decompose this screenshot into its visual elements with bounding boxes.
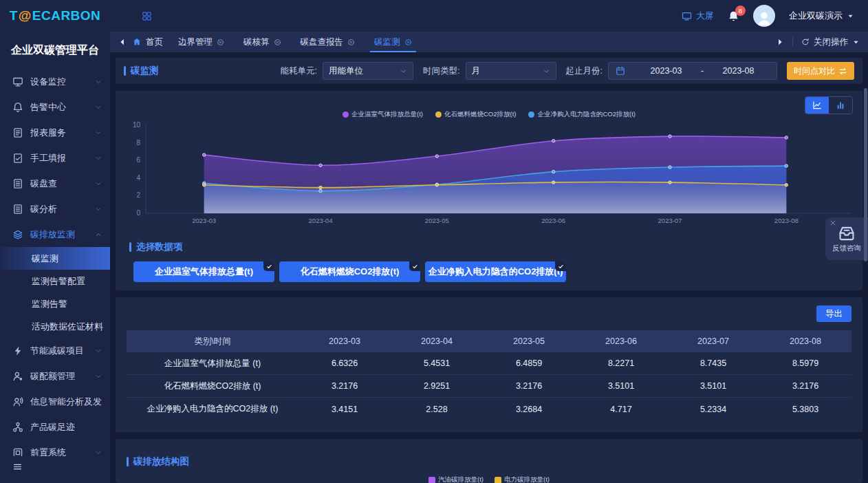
line-chart-toggle-button[interactable] (805, 97, 829, 114)
table-cell: 2.9251 (391, 381, 483, 391)
sidebar-subitem[interactable]: 碳监测 (0, 247, 110, 270)
platform-title: 企业双碳管理平台 (0, 32, 110, 69)
accent-bar (124, 66, 126, 76)
user-avatar[interactable] (753, 5, 775, 27)
bar-chart-toggle-button[interactable] (829, 97, 852, 114)
time-type-select[interactable]: 月 (466, 62, 556, 80)
table-cell: 3.5101 (667, 381, 759, 391)
legend-item[interactable]: 化石燃料燃烧CO2排放(t) (435, 110, 517, 119)
top-header: 大屏 8 企业双碳演示 (110, 0, 868, 32)
sidebar-item[interactable]: 告警中心 (0, 94, 110, 120)
svg-text:8: 8 (136, 139, 140, 147)
sidebar-subitem[interactable]: 活动数据佐证材料 (0, 315, 110, 338)
check-icon (266, 264, 272, 270)
burger-icon (12, 462, 23, 472)
sidebar-item[interactable]: 碳配额管理 (0, 363, 110, 389)
data-option-label: 企业温室气体排放总量(t) (155, 266, 253, 278)
close-operations-menu[interactable]: 关闭操作 (801, 36, 860, 48)
checked-badge (409, 261, 420, 271)
big-screen-button[interactable]: 大屏 (682, 10, 714, 22)
data-option-button[interactable]: 化石燃料燃烧CO2排放(t) (279, 261, 420, 282)
inbox-icon (838, 224, 856, 242)
table-row: 企业温室气体排放总量 (t)6.63265.45316.48598.22718.… (127, 352, 851, 375)
legend-item[interactable]: 企业温室气体排放总量(t) (343, 110, 423, 119)
legend-swatch (495, 477, 501, 483)
month-range-picker[interactable]: 2023-03 - 2023-08 (608, 62, 777, 80)
feedback-widget[interactable]: 反馈咨询 (825, 217, 868, 260)
tabs-scroll-right-button[interactable] (776, 38, 784, 46)
data-option-button[interactable]: 企业温室气体排放总量(t) (133, 261, 274, 282)
check-icon (412, 264, 418, 270)
apps-grid-button[interactable] (142, 11, 152, 21)
export-button[interactable]: 导出 (816, 305, 851, 322)
chevron-down-icon (400, 67, 407, 75)
chart-type-toggle (805, 96, 853, 114)
sidebar-item[interactable]: 节能减碳项目 (0, 338, 110, 363)
tab-close-button[interactable] (404, 39, 412, 46)
user-menu[interactable]: 企业双碳演示 (789, 10, 854, 22)
tab-home[interactable]: 首页 (132, 36, 163, 48)
scrollbar-thumb[interactable] (864, 88, 867, 261)
sidebar-subitem-label: 活动数据佐证材料 (32, 321, 103, 333)
time-type-value: 月 (472, 65, 481, 77)
data-option-label: 化石燃料燃烧CO2排放(t) (301, 266, 400, 278)
legend-item[interactable]: 汽油碳排放量(t) (428, 475, 484, 483)
structure-title: 碳排放结构图 (133, 455, 189, 468)
sidebar-subitem[interactable]: 监测告警配置 (0, 270, 110, 292)
svg-text:6: 6 (136, 156, 140, 164)
sidebar-item[interactable]: 碳分析 (0, 196, 110, 222)
legend-swatch (428, 477, 435, 483)
time-compare-button[interactable]: 时间点对比 (787, 62, 854, 80)
close-icon[interactable] (829, 219, 836, 226)
sidebar-item[interactable]: 设备监控 (0, 69, 110, 94)
tab-4[interactable]: 碳监测 (374, 32, 412, 52)
tab-2[interactable]: 碳核算 (243, 32, 281, 52)
legend-label: 汽油碳排放量(t) (438, 475, 484, 483)
sidebar-item[interactable]: 产品碳足迹 (0, 414, 110, 440)
tab-label: 碳盘查报告 (301, 36, 344, 48)
svg-text:2023-07: 2023-07 (658, 217, 682, 224)
energy-unit-select[interactable]: 用能单位 (323, 62, 413, 80)
checked-badge (555, 261, 566, 271)
logo-text: ECARBON (32, 8, 101, 23)
sidebar-item[interactable]: 信息智能分析及发布 (0, 389, 110, 414)
sidebar-subitem[interactable]: 监测告警 (0, 292, 110, 315)
sidebar-item[interactable]: 碳盘查 (0, 171, 110, 196)
svg-text:2023-05: 2023-05 (425, 217, 449, 224)
close-operations-label: 关闭操作 (814, 36, 848, 48)
table-row: 企业净购入电力隐含的CO2排放 (t)3.41512.5283.26844.71… (127, 398, 851, 420)
table-row-label: 企业净购入电力隐含的CO2排放 (t) (127, 403, 299, 415)
table-header-cell: 2023-08 (759, 336, 851, 346)
tab-3[interactable]: 碳盘查报告 (301, 32, 356, 52)
logo-text: T (10, 8, 18, 23)
sidebar-item-label: 报表服务 (30, 127, 95, 139)
table-header-cell: 2023-05 (483, 336, 575, 346)
sidebar-item[interactable]: 前置系统 (0, 440, 110, 456)
table-cell: 5.2334 (667, 405, 759, 414)
table-row-label: 化石燃料燃烧CO2排放 (t) (127, 380, 299, 392)
sidebar-item[interactable]: 报表服务 (0, 120, 110, 145)
data-option-button[interactable]: 企业净购入电力隐含的CO2排放(t) (425, 261, 566, 282)
table-cell: 3.2176 (299, 381, 391, 391)
table-cell: 8.2271 (575, 358, 667, 368)
tabs-scroll-left-button[interactable] (118, 38, 127, 46)
system-icon (12, 447, 23, 457)
tab-close-button[interactable] (274, 39, 281, 46)
table-cell: 2.528 (391, 405, 483, 414)
range-separator: - (697, 66, 707, 76)
tab-close-button[interactable] (347, 39, 355, 46)
screen-icon (682, 11, 692, 21)
sidebar-item[interactable]: 手工填报 (0, 145, 110, 171)
layers-icon (12, 229, 23, 240)
sidebar-item[interactable]: 碳排放监测 (0, 222, 110, 247)
legend-item[interactable]: 电力碳排放量(t) (495, 475, 550, 483)
legend-item[interactable]: 企业净购入电力隐含的CO2排放(t) (528, 110, 636, 119)
open-tabs: 边界管理碳核算碳盘查报告碳监测 (178, 32, 431, 52)
sidebar-collapse-button[interactable] (0, 456, 110, 483)
notification-bell-button[interactable]: 8 (728, 10, 739, 22)
table-header-cell: 2023-03 (299, 336, 391, 346)
tab-1[interactable]: 边界管理 (178, 32, 224, 52)
chevron-up-icon (95, 231, 102, 238)
tab-close-button[interactable] (217, 39, 224, 46)
sidebar-subitem-label: 监测告警配置 (32, 275, 85, 288)
